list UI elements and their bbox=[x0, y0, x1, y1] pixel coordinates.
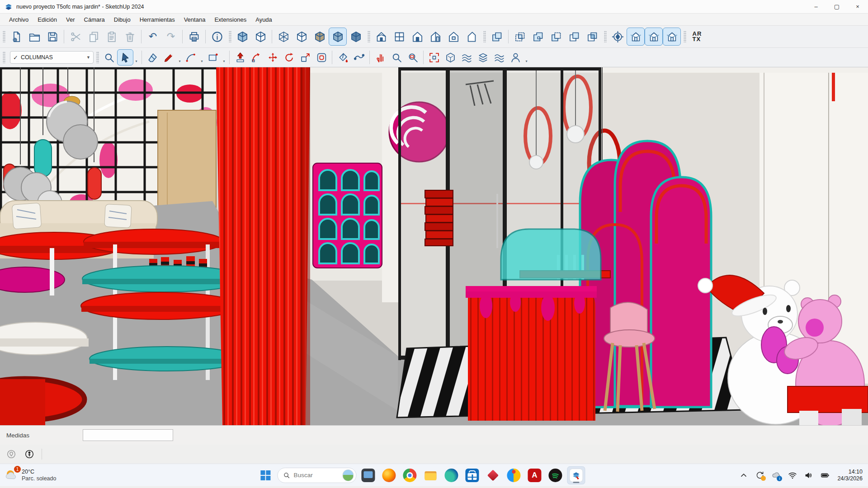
delete-button[interactable] bbox=[121, 28, 139, 46]
shaded-style-button[interactable] bbox=[311, 28, 329, 46]
toolbar-grip[interactable] bbox=[3, 31, 5, 42]
geolocation-icon[interactable] bbox=[5, 448, 17, 460]
undo-button[interactable]: ↶ bbox=[144, 28, 162, 46]
onedrive-cloud-icon[interactable]: i bbox=[770, 469, 782, 481]
line-menu-caret[interactable]: ▾ bbox=[177, 50, 183, 65]
eraser-tool[interactable] bbox=[144, 49, 160, 66]
menu-edicion[interactable]: Edición bbox=[33, 14, 61, 25]
wireframe-style-button[interactable] bbox=[274, 28, 292, 46]
toolbar-grip[interactable] bbox=[684, 31, 686, 42]
select-tool[interactable] bbox=[117, 49, 133, 66]
layers-stack-tool-tool[interactable] bbox=[475, 49, 491, 66]
weather-widget[interactable]: 1 20°C Parc. soleado bbox=[5, 469, 56, 482]
select-menu-caret[interactable]: ▾ bbox=[133, 50, 139, 65]
wifi-icon[interactable] bbox=[787, 469, 798, 481]
paste-button[interactable] bbox=[103, 28, 121, 46]
shapes-tool[interactable] bbox=[205, 49, 221, 66]
volume-icon[interactable] bbox=[803, 469, 815, 481]
hidden-line-style-button[interactable] bbox=[292, 28, 311, 46]
extension-hexagon-tool[interactable] bbox=[442, 49, 458, 66]
spotify-taskbar-icon[interactable] bbox=[546, 466, 564, 484]
acrobat-taskbar-icon[interactable]: A bbox=[525, 466, 543, 484]
tag-filter-dropdown[interactable]: ✓ COLUMNAS ▼ bbox=[10, 51, 94, 64]
scale-tool[interactable] bbox=[297, 49, 313, 66]
search-input[interactable] bbox=[294, 472, 339, 479]
intersect-tool[interactable] bbox=[511, 28, 529, 46]
subtract-tool[interactable] bbox=[547, 28, 565, 46]
taskbar-search[interactable] bbox=[277, 468, 356, 483]
file-explorer-taskbar-icon[interactable] bbox=[421, 466, 439, 484]
menu-herramientas[interactable]: Herramientas bbox=[135, 14, 179, 25]
hidden-icons-chevron-icon[interactable] bbox=[738, 469, 750, 481]
shapes-menu-caret[interactable]: ▾ bbox=[221, 50, 227, 65]
menu-extensiones[interactable]: Extensiones bbox=[210, 14, 251, 25]
outer-shell-tool[interactable] bbox=[488, 28, 506, 46]
toolbar-grip[interactable] bbox=[604, 31, 607, 42]
move-tool[interactable] bbox=[264, 49, 281, 66]
artx-extension-button[interactable]: AR TX bbox=[688, 28, 706, 46]
close-button[interactable]: × bbox=[847, 0, 868, 13]
battery-icon[interactable] bbox=[819, 469, 831, 481]
taskbar-clock[interactable]: 14:10 24/3/2026 bbox=[835, 469, 863, 482]
walk-person-menu-caret[interactable]: ▾ bbox=[524, 50, 529, 65]
toolbar-grip[interactable] bbox=[3, 52, 5, 63]
gem-app-taskbar-icon[interactable] bbox=[484, 466, 502, 484]
desktop-window-app-taskbar-icon[interactable] bbox=[359, 466, 377, 484]
union-tool[interactable] bbox=[529, 28, 547, 46]
copy-button[interactable] bbox=[85, 28, 103, 46]
display-section-fill-button[interactable] bbox=[663, 28, 681, 46]
search-daily-image[interactable] bbox=[343, 469, 354, 481]
top-view-button[interactable] bbox=[390, 28, 408, 46]
menu-ayuda[interactable]: Ayuda bbox=[251, 14, 277, 25]
microsoft-store-taskbar-icon[interactable] bbox=[463, 466, 481, 484]
arcs-menu-caret[interactable]: ▾ bbox=[199, 50, 205, 65]
push-pull-tool[interactable] bbox=[232, 49, 248, 66]
front-view-button[interactable] bbox=[408, 28, 426, 46]
redo-button[interactable]: ↷ bbox=[162, 28, 180, 46]
menu-archivo[interactable]: Archivo bbox=[5, 14, 33, 25]
zoom-extents-tool[interactable] bbox=[426, 49, 442, 66]
menu-dibujo[interactable]: Dibujo bbox=[109, 14, 135, 25]
walk-person-tool[interactable] bbox=[507, 49, 524, 66]
measurements-input[interactable] bbox=[83, 429, 173, 441]
shaded-with-textures-style-button[interactable] bbox=[329, 28, 347, 46]
cut-button[interactable] bbox=[66, 28, 85, 46]
new-button[interactable] bbox=[7, 28, 25, 46]
monochrome-style-button[interactable] bbox=[347, 28, 365, 46]
display-section-cuts-button[interactable] bbox=[645, 28, 663, 46]
toolbar-grip[interactable] bbox=[483, 31, 486, 42]
zoom-tool[interactable] bbox=[388, 49, 405, 66]
right-view-button[interactable] bbox=[426, 28, 444, 46]
trim-tool[interactable] bbox=[565, 28, 583, 46]
menu-ver[interactable]: Ver bbox=[61, 14, 80, 25]
open-button[interactable] bbox=[25, 28, 43, 46]
smooth-contours-tool-tool[interactable] bbox=[491, 49, 507, 66]
back-edges-style-button[interactable] bbox=[251, 28, 269, 46]
minimize-button[interactable]: – bbox=[806, 0, 826, 13]
left-view-button[interactable] bbox=[462, 28, 481, 46]
arcs-tool[interactable] bbox=[183, 49, 199, 66]
section-plane-button[interactable] bbox=[609, 28, 627, 46]
firefox-taskbar-icon[interactable] bbox=[380, 466, 398, 484]
start-button[interactable] bbox=[256, 466, 274, 484]
display-section-planes-button[interactable] bbox=[627, 28, 645, 46]
maximize-button[interactable]: ▢ bbox=[826, 0, 847, 13]
menu-ventana[interactable]: Ventana bbox=[179, 14, 210, 25]
iso-view-button[interactable] bbox=[372, 28, 390, 46]
offset-tool[interactable] bbox=[313, 49, 330, 66]
chrome-taskbar-icon[interactable] bbox=[401, 466, 419, 484]
toolbar-grip[interactable] bbox=[96, 52, 99, 63]
pan-tool[interactable] bbox=[372, 49, 388, 66]
print-button[interactable] bbox=[185, 28, 203, 46]
menu-camara[interactable]: Cámara bbox=[80, 14, 109, 25]
weld-edges-tool[interactable] bbox=[351, 49, 367, 66]
back-view-button[interactable] bbox=[444, 28, 462, 46]
contours-tool-tool[interactable] bbox=[458, 49, 475, 66]
follow-me-tool[interactable] bbox=[248, 49, 264, 66]
claim-credit-info-icon[interactable] bbox=[24, 448, 35, 460]
color-ball-app-taskbar-icon[interactable] bbox=[505, 466, 523, 484]
toolbar-grip[interactable] bbox=[368, 31, 370, 42]
split-tool[interactable] bbox=[583, 28, 601, 46]
toolbar-grip[interactable] bbox=[229, 31, 231, 42]
search-tool[interactable] bbox=[101, 49, 117, 66]
